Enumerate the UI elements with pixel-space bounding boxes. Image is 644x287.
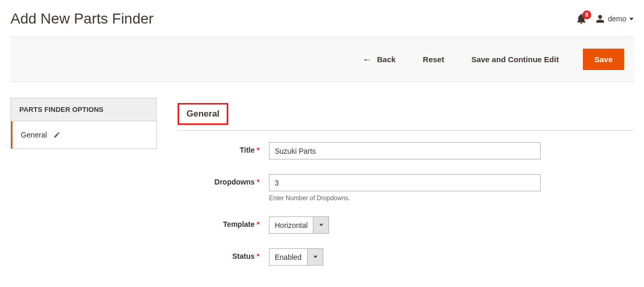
sidebar-item-general[interactable]: General [11, 121, 156, 148]
notifications-button[interactable]: 8 [577, 14, 586, 24]
user-menu[interactable]: demo [595, 14, 634, 24]
arrow-left-icon: ← [362, 55, 372, 64]
title-input[interactable] [269, 142, 541, 159]
user-icon [595, 14, 605, 24]
dropdowns-input[interactable] [269, 174, 541, 191]
select-toggle [313, 217, 329, 233]
back-label: Back [377, 55, 396, 64]
user-name: demo [608, 15, 626, 23]
required-mark: * [257, 252, 260, 260]
status-value: Enabled [270, 249, 307, 265]
dropdowns-hint: Enter Number of Dropdowns. [269, 194, 634, 202]
chevron-down-icon [319, 224, 323, 226]
section-title: General [178, 103, 228, 125]
chevron-down-icon [313, 256, 318, 258]
action-bar: ← Back Reset Save and Continue Edit Save [10, 37, 634, 82]
template-value: Horizontal [270, 217, 313, 233]
required-mark: * [257, 220, 260, 228]
reset-label: Reset [423, 55, 444, 64]
dropdowns-label: Dropdowns [215, 178, 255, 186]
required-mark: * [257, 178, 260, 186]
back-button[interactable]: ← Back [359, 54, 399, 65]
template-select[interactable]: Horizontal [269, 216, 329, 234]
save-continue-button[interactable]: Save and Continue Edit [468, 54, 562, 64]
reset-button[interactable]: Reset [420, 54, 448, 64]
select-toggle [307, 249, 323, 265]
sidebar: PARTS FINDER OPTIONS General [10, 98, 157, 149]
status-label: Status [232, 252, 255, 260]
notification-badge: 8 [582, 10, 591, 19]
title-label: Title [240, 146, 255, 154]
required-mark: * [257, 146, 260, 154]
sidebar-item-label: General [21, 131, 47, 139]
chevron-down-icon [629, 18, 634, 20]
status-select[interactable]: Enabled [269, 248, 323, 266]
save-continue-label: Save and Continue Edit [471, 55, 559, 64]
sidebar-header: PARTS FINDER OPTIONS [11, 98, 156, 121]
save-button[interactable]: Save [583, 49, 624, 70]
template-label: Template [223, 220, 254, 228]
save-label: Save [594, 55, 613, 64]
page-title: Add New Parts Finder [10, 10, 577, 27]
pencil-icon [53, 131, 61, 139]
main-content: General Title* Dropdowns* Enter Number o… [178, 98, 634, 280]
